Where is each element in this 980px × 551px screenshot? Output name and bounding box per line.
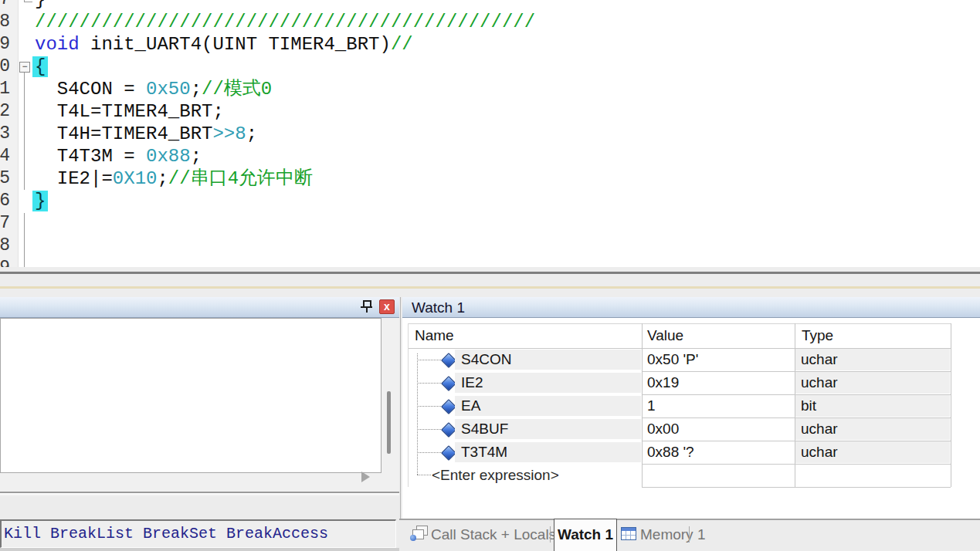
code-line[interactable]: 52 T4L=TIMER4_BRT;: [0, 100, 980, 123]
horizontal-splitter[interactable]: [0, 267, 980, 297]
callstack-icon: [410, 526, 429, 543]
command-help-text: Kill BreakList BreakSet BreakAccess: [4, 525, 328, 543]
command-input-bar[interactable]: Kill BreakList BreakSet BreakAccess: [0, 519, 396, 548]
fold-collapse-icon[interactable]: −: [19, 62, 30, 73]
line-number: 53: [0, 123, 10, 145]
code-line[interactable]: 54 T4T3M = 0x88;: [0, 145, 980, 167]
command-panel-body: [0, 318, 399, 496]
watch-row-type: uchar: [801, 374, 838, 391]
tab-watch-1[interactable]: Watch 1: [554, 519, 617, 551]
line-number: 55: [0, 167, 10, 190]
line-number: 57: [0, 212, 10, 235]
vertical-scrollbar-thumb[interactable]: [387, 391, 391, 454]
watch-row-type: uchar: [801, 444, 838, 461]
column-header-value[interactable]: Value: [647, 327, 683, 344]
fold-corner-line47: [24, 2, 32, 2]
tab-memory-1[interactable]: Memory 1: [640, 526, 705, 543]
line-number: 52: [0, 100, 10, 123]
line-number: 50: [0, 56, 10, 78]
command-panel-titlebar[interactable]: x: [0, 297, 399, 318]
code-line[interactable]: 53 T4H=TIMER4_BRT>>8;: [0, 123, 980, 145]
code-line[interactable]: 50{: [0, 56, 980, 78]
watch-row-type: uchar: [801, 351, 838, 368]
code-line[interactable]: 47}: [0, 0, 980, 11]
watch-row-value[interactable]: 0x88 '?: [647, 444, 694, 461]
line-number: 48: [0, 11, 10, 33]
code-line[interactable]: 59: [0, 257, 980, 267]
watch-row-value[interactable]: 0x50 'P': [647, 351, 698, 368]
column-header-name[interactable]: Name: [415, 327, 454, 344]
watch-row-name[interactable]: S4CON: [461, 351, 511, 368]
watch-row-name[interactable]: S4BUF: [461, 421, 508, 438]
watch-row-type: bit: [801, 397, 816, 414]
memory-icon: [621, 527, 636, 540]
watch-tree-trunk: [417, 353, 419, 475]
line-number: 59: [0, 257, 10, 267]
fold-scope-line: [24, 73, 25, 190]
tab-call-stack-locals[interactable]: Call Stack + Locals: [431, 526, 556, 543]
code-line[interactable]: 48//////////////////////////////////////…: [0, 11, 980, 33]
command-output-area[interactable]: [0, 318, 381, 473]
fold-scope-line-next: [24, 213, 25, 267]
column-header-type[interactable]: Type: [802, 327, 833, 344]
watch-row-value[interactable]: 1: [647, 397, 656, 414]
line-number: 47: [0, 0, 10, 11]
bottom-tab-bar: Call Stack + Locals Watch 1 Memory 1: [399, 519, 980, 551]
watch-type-cell[interactable]: [795, 395, 950, 417]
code-line[interactable]: 51 S4CON = 0x50;//模式0: [0, 78, 980, 100]
pin-icon[interactable]: [360, 300, 372, 313]
enter-expression-cell[interactable]: <Enter expression>: [432, 467, 559, 484]
watch-row-value[interactable]: 0x19: [647, 374, 679, 391]
watch-row-name[interactable]: T3T4M: [461, 444, 507, 461]
watch-row-name[interactable]: EA: [461, 397, 480, 414]
code-line[interactable]: 49void init_UART4(UINT TIMER4_BRT)//: [0, 33, 980, 56]
code-line[interactable]: 55 IE2|=0X10;//串口4允许中断: [0, 167, 980, 190]
watch-panel-title: Watch 1: [412, 299, 465, 316]
code-line[interactable]: 57: [0, 212, 980, 235]
watch-tree-branch: [417, 360, 444, 361]
panel-divider[interactable]: [400, 297, 401, 519]
keil-debug-screen: 47}48///////////////////////////////////…: [0, 0, 980, 551]
watch-name-cell[interactable]: [455, 396, 641, 416]
line-number: 51: [0, 78, 10, 100]
code-line[interactable]: 56}: [0, 190, 980, 212]
watch-tree-branch: [417, 429, 444, 431]
code-editor[interactable]: 47}48///////////////////////////////////…: [0, 0, 980, 267]
code-line[interactable]: 58: [0, 235, 980, 257]
watch-row-type: uchar: [801, 421, 838, 438]
fold-corner-line47-stub: [24, 0, 25, 2]
watch-row-value[interactable]: 0x00: [647, 421, 679, 438]
watch-row-name[interactable]: IE2: [461, 374, 483, 391]
watch-panel-titlebar[interactable]: Watch 1: [402, 297, 980, 318]
close-icon[interactable]: x: [379, 299, 395, 314]
watch-tree-stub-placeholder: [417, 475, 431, 476]
line-number: 49: [0, 33, 10, 56]
line-number: 54: [0, 145, 10, 167]
watch-tree-branch: [417, 383, 444, 384]
watch-tree-branch: [417, 452, 444, 454]
line-number: 58: [0, 235, 10, 257]
watch-tree-branch: [417, 406, 444, 407]
scroll-right-arrow-icon[interactable]: [361, 472, 370, 482]
line-number: 56: [0, 190, 10, 212]
